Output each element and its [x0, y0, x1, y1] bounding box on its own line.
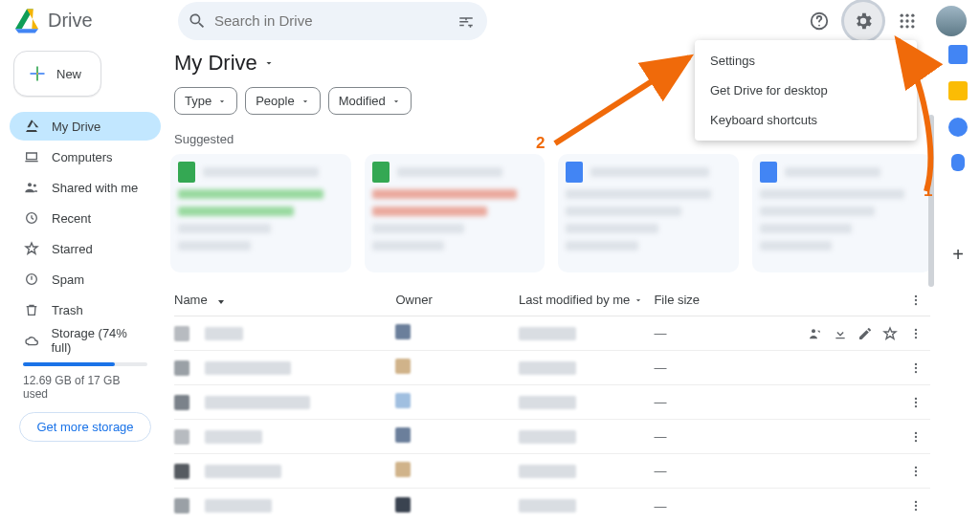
chip-modified[interactable]: Modified	[328, 87, 412, 115]
contacts-app-icon[interactable]	[951, 154, 965, 171]
svg-point-20	[915, 332, 917, 334]
svg-point-1	[818, 24, 820, 26]
table-header: Name Owner Last modified by me File size	[174, 284, 930, 316]
calendar-app-icon[interactable]	[948, 45, 968, 64]
computers-icon	[23, 148, 40, 165]
svg-point-26	[915, 401, 917, 403]
trash-icon	[23, 301, 40, 318]
sidebar-item-computers[interactable]: Computers	[10, 142, 161, 171]
help-icon[interactable]	[800, 2, 838, 40]
side-panel: +	[936, 41, 980, 523]
more-icon[interactable]	[907, 396, 924, 409]
sidebar-item-label: Trash	[52, 303, 83, 317]
table-row[interactable]: —	[174, 454, 930, 489]
table-row[interactable]: —	[174, 316, 930, 351]
svg-point-5	[901, 19, 903, 22]
suggested-card[interactable]	[558, 154, 739, 272]
table-row[interactable]: —	[174, 420, 930, 454]
svg-point-27	[915, 404, 917, 406]
new-button-label: New	[56, 67, 81, 81]
star-outline-icon[interactable]	[882, 326, 898, 341]
settings-menu-shortcuts[interactable]: Keyboard shortcuts	[695, 105, 917, 135]
svg-point-34	[915, 501, 917, 503]
keep-app-icon[interactable]	[948, 81, 968, 100]
new-button[interactable]: New	[13, 51, 101, 97]
sidebar-item-trash[interactable]: Trash	[10, 295, 161, 324]
search-icon	[188, 11, 207, 31]
share-icon[interactable]	[808, 326, 823, 341]
annotation-label-1: 1	[924, 182, 932, 201]
drive-logo-icon	[13, 9, 40, 33]
svg-point-23	[915, 366, 917, 368]
svg-point-33	[915, 473, 917, 475]
col-name[interactable]: Name	[174, 293, 395, 307]
svg-point-11	[28, 183, 32, 186]
storage-used-text: 12.69 GB of 17 GB used	[10, 370, 161, 410]
more-icon[interactable]	[907, 465, 924, 478]
sidebar-item-spam[interactable]: Spam	[10, 265, 161, 294]
more-icon[interactable]	[907, 499, 924, 512]
chip-type[interactable]: Type	[174, 87, 237, 115]
col-modified[interactable]: Last modified by me	[519, 293, 654, 307]
sidebar-item-storage[interactable]: Storage (74% full)	[10, 326, 161, 355]
cloud-icon	[23, 332, 39, 349]
svg-point-4	[911, 13, 914, 16]
settings-menu-desktop[interactable]: Get Drive for desktop	[695, 76, 917, 105]
sidebar-item-recent[interactable]: Recent	[10, 204, 161, 232]
search-bar[interactable]	[178, 2, 487, 40]
download-icon[interactable]	[833, 326, 848, 341]
table-row[interactable]: —	[174, 489, 930, 523]
logo-area[interactable]: Drive	[13, 9, 167, 33]
svg-point-7	[911, 19, 914, 22]
settings-menu: Settings Get Drive for desktop Keyboard …	[695, 40, 917, 141]
tune-icon[interactable]	[455, 10, 478, 33]
scrollbar-thumb[interactable]	[928, 115, 934, 287]
storage-bar	[23, 362, 147, 366]
apps-grid-icon[interactable]	[888, 2, 926, 40]
svg-point-36	[915, 509, 917, 511]
svg-point-31	[915, 466, 917, 468]
suggested-card[interactable]	[365, 154, 546, 272]
sidebar-item-my-drive[interactable]: My Drive	[10, 112, 161, 141]
search-input[interactable]	[214, 12, 447, 29]
product-name: Drive	[48, 10, 93, 32]
sidebar-item-shared[interactable]: Shared with me	[10, 173, 161, 202]
sort-down-icon	[215, 294, 227, 306]
svg-point-28	[915, 431, 917, 433]
tasks-app-icon[interactable]	[948, 118, 968, 137]
sidebar-item-starred[interactable]: Starred	[10, 234, 161, 263]
svg-point-17	[915, 302, 917, 304]
sidebar-item-label: My Drive	[52, 120, 100, 134]
suggested-card[interactable]	[170, 154, 351, 272]
settings-gear-icon[interactable]	[844, 2, 882, 40]
drive-icon	[23, 118, 40, 135]
svg-point-32	[915, 469, 917, 471]
account-avatar[interactable]	[936, 6, 967, 36]
star-icon	[23, 240, 40, 257]
table-row[interactable]: —	[174, 351, 930, 385]
add-on-plus-icon[interactable]: +	[952, 244, 964, 266]
more-icon[interactable]	[907, 430, 924, 444]
table-menu-icon[interactable]	[907, 294, 924, 307]
edit-icon[interactable]	[858, 326, 873, 341]
suggested-card[interactable]	[752, 154, 933, 272]
chip-people[interactable]: People	[245, 87, 320, 115]
more-icon[interactable]	[907, 361, 924, 375]
more-icon[interactable]	[907, 327, 924, 340]
page-title: My Drive	[174, 51, 257, 76]
svg-point-16	[915, 298, 917, 300]
svg-point-29	[915, 435, 917, 437]
sidebar-item-label: Storage (74% full)	[51, 326, 147, 355]
col-size[interactable]: File size	[654, 293, 777, 307]
svg-point-21	[915, 336, 917, 338]
table-row[interactable]: —	[174, 385, 930, 420]
col-owner[interactable]: Owner	[395, 293, 519, 307]
svg-point-8	[901, 25, 903, 28]
svg-point-35	[915, 505, 917, 507]
get-more-storage-button[interactable]: Get more storage	[19, 412, 151, 442]
settings-menu-settings[interactable]: Settings	[695, 46, 917, 76]
sidebar-item-label: Shared with me	[52, 181, 138, 195]
svg-point-19	[915, 328, 917, 330]
sidebar-item-label: Spam	[52, 272, 84, 287]
caret-down-icon	[263, 57, 275, 69]
